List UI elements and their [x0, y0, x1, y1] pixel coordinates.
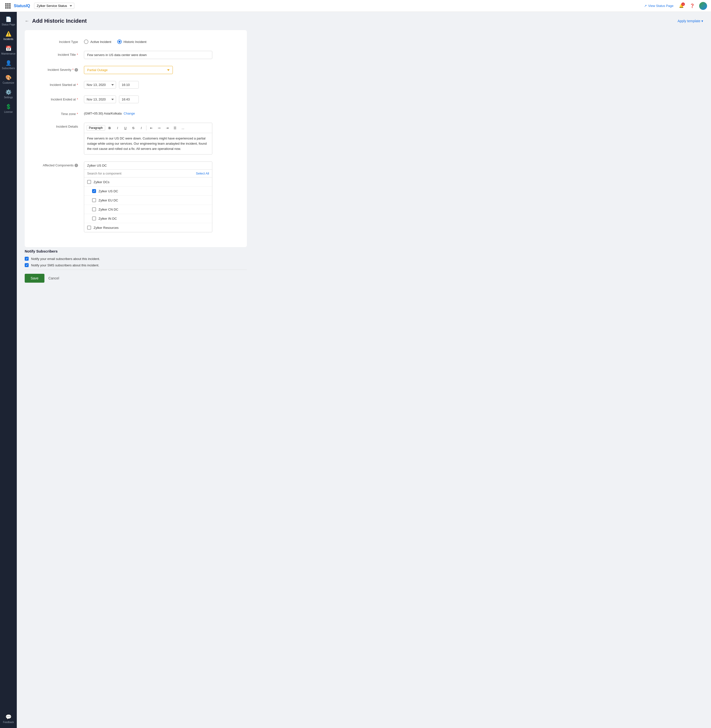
ended-time-input[interactable]: [119, 96, 139, 103]
settings-icon: ⚙️: [6, 89, 12, 95]
apply-template-button[interactable]: Apply template ▾: [677, 19, 703, 23]
component-search-input[interactable]: [87, 172, 196, 175]
apps-grid-button[interactable]: [4, 2, 12, 10]
component-label: Zylker Resources: [94, 226, 118, 230]
license-icon: 💲: [6, 104, 12, 110]
zylker-dcs-checkbox[interactable]: [87, 180, 91, 184]
timezone-change-button[interactable]: Change: [124, 112, 135, 115]
sidebar-item-license[interactable]: 💲 License: [0, 101, 17, 116]
sidebar-item-label: License: [4, 111, 13, 113]
incident-severity-row: Incident Severity * i Partial Outage Maj…: [35, 66, 237, 74]
historic-incident-option[interactable]: Historic Incident: [117, 40, 146, 44]
notify-title: Notify Subscribers: [25, 249, 247, 253]
zylker-eu-dc-checkbox[interactable]: [92, 198, 96, 202]
sidebar-item-maintenance[interactable]: 📅 Maintenance: [0, 43, 17, 57]
page-header: ← Add Historic Incident Apply template ▾: [25, 18, 703, 24]
align-left-button[interactable]: ⇤: [148, 124, 155, 131]
notify-email-checkbox[interactable]: [25, 257, 29, 261]
underline-button[interactable]: U: [122, 124, 129, 131]
rich-text-toolbar: Paragraph B I U S I ⇤ ⇨ ⇥ ☰ ...: [84, 123, 212, 133]
italic2-button[interactable]: I: [138, 124, 145, 131]
sidebar: 📄 Status Page ⚠️ Incidents 📅 Maintenance…: [0, 12, 17, 728]
incident-started-control: Nov 13, 2020: [84, 81, 237, 88]
sidebar-item-status-page[interactable]: 📄 Status Page: [0, 14, 17, 28]
grid-icon: [5, 3, 10, 9]
zylker-us-dc-checkbox[interactable]: [92, 189, 96, 193]
strikethrough-button[interactable]: S: [130, 124, 137, 131]
more-options-button[interactable]: ...: [180, 124, 186, 131]
required-asterisk: *: [77, 97, 78, 101]
active-incident-radio[interactable]: [84, 40, 89, 44]
incident-title-input[interactable]: [84, 51, 212, 59]
sidebar-item-customize[interactable]: 🎨 Customize: [0, 72, 17, 87]
select-all-button[interactable]: Select All: [196, 172, 209, 175]
component-item-zylker-cn-dc: Zylker CN DC: [84, 205, 212, 214]
back-button[interactable]: ←: [25, 19, 29, 24]
user-avatar[interactable]: [699, 2, 707, 10]
required-asterisk: *: [72, 68, 74, 72]
form-card: Incident Type Active Incident Historic I…: [25, 30, 247, 247]
help-button[interactable]: ❓: [688, 2, 696, 10]
sidebar-item-feedback[interactable]: 💬 Feedback: [0, 712, 17, 726]
align-right-button[interactable]: ⇥: [164, 124, 171, 131]
incident-title-row: Incident Title *: [35, 51, 237, 59]
incident-type-control: Active Incident Historic Incident: [84, 38, 237, 44]
affected-components-row: Affected Components i Zylker US DC Selec…: [35, 161, 237, 232]
sidebar-item-incidents[interactable]: ⚠️ Incidents: [0, 28, 17, 43]
notify-email-label: Notify your email subscribers about this…: [31, 257, 100, 261]
paragraph-select[interactable]: Paragraph: [87, 125, 105, 131]
page-header-left: ← Add Historic Incident: [25, 18, 87, 24]
zylker-cn-dc-checkbox[interactable]: [92, 207, 96, 211]
timezone-label: Time zone *: [35, 110, 84, 116]
toolbar-divider: [146, 125, 146, 130]
started-date-select[interactable]: Nov 13, 2020: [84, 81, 116, 88]
notify-email-item: Notify your email subscribers about this…: [25, 257, 247, 261]
page-title: Add Historic Incident: [32, 18, 87, 24]
timezone-row: Time zone * (GMT+05:30) Asia/Kolkata Cha…: [35, 110, 237, 116]
selected-components-display: Zylker US DC: [84, 162, 212, 169]
save-button[interactable]: Save: [25, 274, 44, 283]
component-label: Zylker US DC: [99, 189, 118, 193]
affected-components-label: Affected Components i: [35, 161, 84, 167]
components-container: Zylker US DC Select All Zylker DCs Zylke…: [84, 161, 212, 232]
started-time-input[interactable]: [119, 81, 139, 88]
incident-severity-label: Incident Severity * i: [35, 66, 84, 72]
required-asterisk: *: [77, 112, 78, 116]
maintenance-icon: 📅: [6, 46, 12, 52]
sidebar-item-settings[interactable]: ⚙️ Settings: [0, 87, 17, 101]
top-nav-icons: 🔔 1 ❓: [677, 2, 707, 10]
timezone-value: (GMT+05:30) Asia/Kolkata: [84, 112, 122, 115]
ended-date-select[interactable]: Nov 13, 2020: [84, 96, 116, 103]
incident-details-content[interactable]: Few servers in our US DC were down. Cust…: [84, 133, 212, 154]
view-status-page-button[interactable]: ↗ View Status Page: [644, 4, 674, 7]
zylker-in-dc-checkbox[interactable]: [92, 217, 96, 220]
zylker-resources-checkbox[interactable]: [87, 225, 91, 230]
bold-button[interactable]: B: [106, 124, 113, 131]
notify-subscribers-section: Notify Subscribers Notify your email sub…: [25, 249, 247, 267]
component-label: Zylker DCs: [94, 180, 109, 184]
incidents-icon: ⚠️: [6, 31, 12, 37]
incident-title-control: [84, 51, 237, 59]
page-selector[interactable]: Zylker Service Status: [34, 3, 74, 9]
align-justify-button[interactable]: ☰: [171, 124, 178, 131]
italic-button[interactable]: I: [114, 124, 121, 131]
sidebar-item-label: Status Page: [2, 23, 15, 26]
sidebar-item-label: Incidents: [3, 38, 13, 40]
info-icon: i: [75, 164, 78, 167]
customize-icon: 🎨: [6, 75, 12, 81]
cancel-button[interactable]: Cancel: [49, 276, 59, 280]
align-center-button[interactable]: ⇨: [156, 124, 163, 131]
required-asterisk: *: [77, 83, 78, 87]
affected-components-control: Zylker US DC Select All Zylker DCs Zylke…: [84, 161, 237, 232]
incident-severity-select[interactable]: Partial Outage Major Outage Minor Outage…: [84, 66, 173, 74]
sidebar-item-label: Customize: [3, 81, 14, 84]
component-label: Zylker CN DC: [99, 208, 118, 211]
notifications-button[interactable]: 🔔 1: [677, 2, 685, 10]
notify-sms-checkbox[interactable]: [25, 263, 29, 267]
component-label: Zylker IN DC: [99, 217, 117, 220]
required-asterisk: *: [77, 53, 78, 56]
historic-incident-radio[interactable]: [117, 40, 122, 44]
sidebar-item-subscribers[interactable]: 👤 Subscribers: [0, 57, 17, 72]
active-incident-option[interactable]: Active Incident: [84, 40, 111, 44]
sidebar-item-label: Feedback: [3, 721, 14, 724]
